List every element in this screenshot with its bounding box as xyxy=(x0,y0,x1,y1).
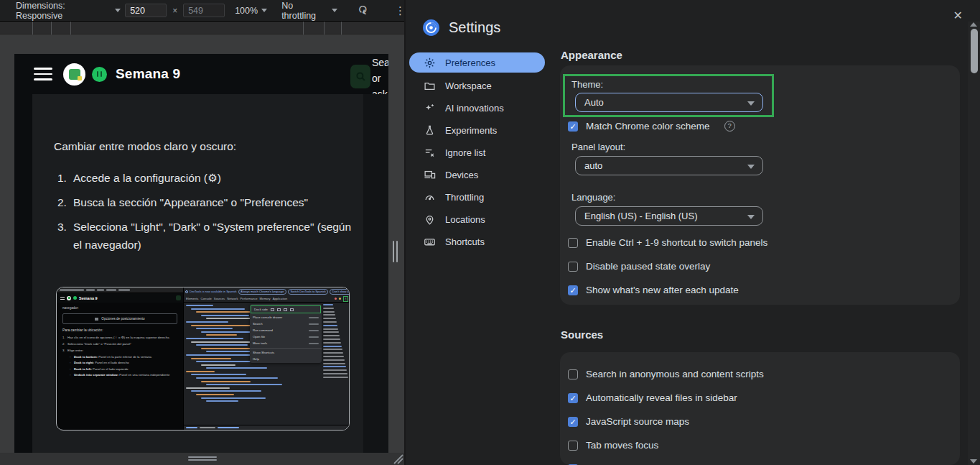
mini-menu-item: Help xyxy=(250,356,322,362)
viewport-height-input[interactable] xyxy=(183,4,225,17)
mini-tab: Network xyxy=(227,297,238,300)
sidebar-item-devices[interactable]: Devices xyxy=(406,164,549,186)
dock-position-icon xyxy=(271,308,274,311)
page-right-gutter xyxy=(363,94,388,453)
gear-icon xyxy=(424,57,436,69)
scrollbar-thumb[interactable] xyxy=(971,29,978,73)
mini-tab: Application xyxy=(273,297,288,300)
panel-layout-label: Panel layout: xyxy=(571,142,625,152)
mini-status-bar xyxy=(184,425,350,430)
list-item: 2.Busca la sección "Appearance" o "Prefe… xyxy=(57,193,352,211)
checkbox-row: Disable paused state overlay xyxy=(568,254,767,278)
panel-layout-select[interactable]: auto xyxy=(575,156,763,175)
throttling-dropdown[interactable]: No throttling xyxy=(281,1,342,21)
zoom-dropdown[interactable]: 100% xyxy=(235,6,271,16)
sources-card: Search in anonymous and content scripts✓… xyxy=(560,352,960,465)
site-logo-avatar[interactable] xyxy=(63,63,85,86)
mini-step: 3.Elige entre: xyxy=(62,349,179,354)
mini-tab: Console xyxy=(200,297,211,300)
mini-dock-option: ◦Dock to right: Panel en el lado derecho xyxy=(70,361,179,365)
chevron-down-icon xyxy=(747,165,755,169)
mini-menu-label: Open file xyxy=(253,335,265,339)
checkbox-label: Automatically reveal files in sidebar xyxy=(586,392,737,403)
mini-menu-item: Show Shortcuts xyxy=(250,349,322,356)
scrollbar-up-arrow[interactable] xyxy=(970,22,977,27)
mini-dock-text: Dock to right: Panel en el lado derecho xyxy=(74,361,129,365)
mini-menu-label: More tools xyxy=(253,341,267,345)
sources-checkbox[interactable]: ✓ xyxy=(568,417,578,427)
horizontal-resize-handle[interactable] xyxy=(188,456,217,463)
mini-step: 1.Haz clic en el icono de opciones (⋮ o … xyxy=(62,336,179,341)
mini-styles-pane xyxy=(323,304,349,380)
sidebar-item-experiments[interactable]: Experiments xyxy=(406,119,549,142)
shortcut-hint xyxy=(309,336,319,338)
appearance-card: Theme: Auto ✓ Match Chrome color scheme … xyxy=(560,65,960,305)
close-icon[interactable]: ✕ xyxy=(953,10,963,22)
search-button[interactable] xyxy=(350,65,370,88)
list-item: 1.Accede a la configuración (⚙) xyxy=(57,169,352,187)
list-text: Selecciona "Light", "Dark" o "System pre… xyxy=(73,218,352,254)
page-title: Semana 9 xyxy=(116,66,180,82)
sources-checkbox[interactable] xyxy=(568,441,578,451)
sources-checkbox[interactable]: ✓ xyxy=(568,393,578,403)
viewport-width-input[interactable] xyxy=(125,4,167,17)
checkbox-row: ✓JavaScript source maps xyxy=(568,410,764,433)
theme-select[interactable]: Auto xyxy=(575,93,763,112)
sidebar-item-ignore-list[interactable]: Ignore list xyxy=(406,142,549,164)
mini-banner-button: Always match Chrome's language xyxy=(238,289,286,295)
sidebar-item-throttling[interactable]: Throttling xyxy=(406,186,549,208)
match-chrome-checkbox[interactable]: ✓ xyxy=(568,121,578,132)
mini-menu-label: Help xyxy=(253,357,259,361)
settings-header: Settings xyxy=(422,19,500,37)
sidebar-item-preferences[interactable]: Preferences xyxy=(409,52,545,73)
sidebar-item-ai-innovations[interactable]: AI innovations xyxy=(406,97,549,119)
sources-checkbox[interactable] xyxy=(568,369,578,379)
checkbox-row: ✓Automatically reveal files in sidebar xyxy=(568,386,764,410)
hamburger-menu-icon[interactable] xyxy=(34,68,52,80)
error-badge-icon xyxy=(335,298,337,300)
dimensions-dropdown[interactable]: Dimensions: Responsive xyxy=(16,1,111,21)
settings-title: Settings xyxy=(449,19,500,36)
sources-heading: Sources xyxy=(561,328,603,341)
chevron-down-icon xyxy=(747,101,755,106)
mini-steps-list: 1.Haz clic en el icono de opciones (⋮ o … xyxy=(62,336,179,354)
mini-step-number: 1. xyxy=(62,336,67,341)
sidebar-item-workspace[interactable]: Workspace xyxy=(406,75,549,97)
checkbox-row: Enable Ctrl + 1-9 shortcut to switch pan… xyxy=(568,231,767,254)
page-header: Semana 9 Sea or ask xyxy=(14,54,388,94)
list-item: 3.Selecciona "Light", "Dark" o "System p… xyxy=(57,218,352,254)
rotate-viewport-icon[interactable]: ⟳ xyxy=(354,3,372,18)
mini-menu-item: Run command xyxy=(250,327,322,333)
mini-tab: Sources xyxy=(214,297,225,300)
checkbox-label: Enable Ctrl + 1-9 shortcut to switch pan… xyxy=(586,237,767,248)
language-select[interactable]: English (US) - English (US) xyxy=(575,206,763,226)
appearance-checkbox[interactable] xyxy=(568,238,578,248)
appearance-heading: Appearance xyxy=(561,49,622,61)
corner-resize-grip[interactable] xyxy=(391,451,404,465)
page-intro-text: Cambiar entre modos claro y oscuro: xyxy=(54,140,236,153)
sidebar-item-locations[interactable]: Locations xyxy=(406,208,549,231)
shortcut-hint xyxy=(309,343,319,344)
mini-menu-item: Place console drawer xyxy=(250,314,322,321)
scrollbar-down-arrow[interactable] xyxy=(970,459,977,464)
mini-dock-option: ◦Undock into separate window: Panel en u… xyxy=(70,373,179,377)
device-toolbar: Dimensions: Responsive × 100% No throttl… xyxy=(0,0,406,22)
checkbox-row: ✓Show what's new after each update xyxy=(568,278,767,302)
mini-banner-text: DevTools is now available in Spanish xyxy=(190,290,237,293)
checkbox-row: Tab moves focus xyxy=(568,433,764,457)
checkbox-label: Disable paused state overlay xyxy=(586,261,710,272)
theme-label: Theme: xyxy=(571,79,603,90)
mini-menu-label: Show Shortcuts xyxy=(253,351,274,354)
match-chrome-row: ✓ Match Chrome color scheme ? xyxy=(568,121,735,132)
mini-page-panel: Semana 9 navegador: Opciones de posicion… xyxy=(57,287,183,430)
sidebar-item-shortcuts[interactable]: Shortcuts xyxy=(406,231,549,253)
vertical-drag-handle[interactable] xyxy=(393,241,398,262)
speedometer-icon xyxy=(424,191,436,203)
warning-badge-icon xyxy=(339,298,341,300)
help-icon[interactable]: ? xyxy=(724,121,735,132)
appearance-checkbox[interactable] xyxy=(568,262,578,272)
scrollbar-track[interactable] xyxy=(968,22,980,465)
mini-language-banner: DevTools is now available in SpanishAlwa… xyxy=(184,287,350,295)
appearance-checkbox[interactable]: ✓ xyxy=(568,285,578,295)
media-query-bar[interactable] xyxy=(0,22,406,34)
